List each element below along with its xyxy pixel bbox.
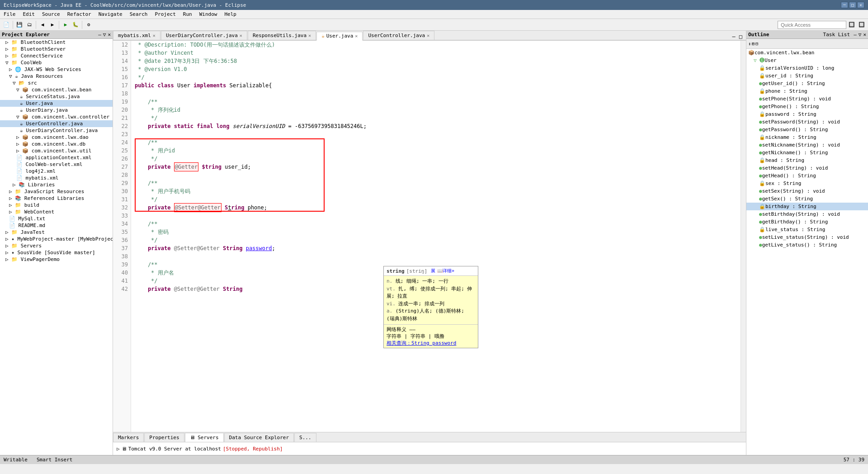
tree-item-user-java[interactable]: ☕ User.java <box>0 100 113 107</box>
outline-method-setlivestatus[interactable]: ● setLive_status(String) : void <box>746 233 868 241</box>
toolbar-back[interactable]: ◀ <box>38 20 47 29</box>
editor-minimize-icon[interactable]: — <box>731 33 737 40</box>
outline-method-getlivestatus[interactable]: ● getLive_status() : String <box>746 241 868 249</box>
tooltip-related-link[interactable]: 相关查询：String password <box>387 340 475 346</box>
pe-menu-icon[interactable]: ▽ <box>103 32 106 38</box>
tree-item-sousvide[interactable]: ▷ ✦ SousVide [SousVide master] <box>0 249 113 256</box>
tree-item-coolweb[interactable]: ▽ 📁 CoolWeb <box>0 59 113 66</box>
tree-item-usercontroller[interactable]: ☕ UserController.java <box>0 120 113 127</box>
menu-navigate[interactable]: Navigate <box>95 10 126 19</box>
menu-run[interactable]: Run <box>179 10 196 19</box>
toolbar-debug[interactable]: 🐛 <box>71 20 80 29</box>
outline-method-getuserid[interactable]: ● getUser_id() : String <box>746 80 868 87</box>
tree-item-dao-package[interactable]: ▷ 📦 com.vincent.lwx.dao <box>0 134 113 141</box>
code-content-area[interactable]: * @Description: TODO(用一句话描述该文件做什么) * @au… <box>131 41 746 432</box>
outline-field-password[interactable]: 🔒 password : String <box>746 110 868 118</box>
toolbar-saveall[interactable]: 🗂 <box>25 20 34 29</box>
outline-field-birthday[interactable]: 🔒 birthday : String <box>746 203 868 210</box>
outline-field-phone[interactable]: 🔒 phone : String <box>746 87 868 95</box>
toolbar-perspective-2[interactable]: 🔲 <box>857 20 866 29</box>
menu-refactor[interactable]: Refactor <box>64 10 95 19</box>
outline-collapse-icon[interactable]: ⊟ <box>755 41 758 46</box>
tree-item-javatest[interactable]: ▷ 📁 JavaTest <box>0 229 113 236</box>
tree-item-javaresources[interactable]: ▽ ☕ Java Resources <box>0 73 113 80</box>
tree-item-bean-package[interactable]: ▽ 📦 com.vincent.lwx.bean <box>0 86 113 93</box>
editor-maximize-icon[interactable]: □ <box>737 33 744 40</box>
minimize-button[interactable]: ─ <box>841 2 848 8</box>
pe-close-icon[interactable]: ✕ <box>108 32 111 38</box>
tab-userdiarycontroller[interactable]: UserDiaryController.java ✕ <box>161 31 247 40</box>
tree-item-bluetoothclient[interactable]: ▷ 📁 BluetoothClient <box>0 39 113 46</box>
outline-class-user[interactable]: ▽ 🅒 User <box>746 57 868 64</box>
bottom-tab-servers[interactable]: 🖥 Servers <box>185 433 224 442</box>
outline-package[interactable]: 📦 com.vincent.lwx.bean <box>746 49 868 57</box>
tooltip-detail-icon[interactable]: 📖详细» <box>437 268 454 274</box>
tab-mybatis-xml-close[interactable]: ✕ <box>153 33 156 38</box>
outline-method-setsex[interactable]: ● setSex(String) : void <box>746 187 868 195</box>
menu-source[interactable]: Source <box>38 10 64 19</box>
tree-item-libraries[interactable]: ▷ 📚 Libraries <box>0 181 113 188</box>
close-button[interactable]: ✕ <box>857 2 864 8</box>
tree-item-servers[interactable]: ▷ 📁 Servers <box>0 242 113 249</box>
bottom-tab-more[interactable]: S... <box>294 433 316 442</box>
menu-help[interactable]: Help <box>221 10 240 19</box>
outline-field-livestatus[interactable]: 🔒 live_status : String <box>746 226 868 233</box>
vertical-scrollbar[interactable] <box>741 41 746 432</box>
tree-item-mywebproject[interactable]: ▷ ✦ MyWebProject-master [MyWebProject-ma… <box>0 236 113 242</box>
outline-minimize-icon[interactable]: — <box>854 32 857 38</box>
code-editor[interactable]: 12 13 14 15 16 17 18 19 20 21 22 23 24 2… <box>113 41 746 432</box>
tree-item-build[interactable]: ▷ 📁 build <box>0 202 113 209</box>
outline-method-setphone[interactable]: ● setPhone(String) : void <box>746 95 868 103</box>
tab-user-java[interactable]: ☕ User.java ✕ <box>316 32 363 41</box>
tab-usercontroller[interactable]: UserController.java ✕ <box>363 31 434 40</box>
toolbar-new[interactable]: 📄 <box>2 20 11 29</box>
toolbar-save[interactable]: 💾 <box>15 20 24 29</box>
toolbar-more[interactable]: ⚙ <box>84 20 93 29</box>
tree-item-db-package[interactable]: ▷ 📦 com.vincent.lwx.db <box>0 141 113 147</box>
outline-field-sex[interactable]: 🔒 sex : String <box>746 180 868 187</box>
tree-item-util-package[interactable]: ▷ 📦 com.vincent.lwx.util <box>0 147 113 154</box>
outline-close-icon[interactable]: ✕ <box>863 32 866 38</box>
tree-item-mysqltxt[interactable]: 📄 MySql.txt <box>0 215 113 222</box>
tree-item-log4j2-xml[interactable]: 📄 log4j2.xml <box>0 168 113 175</box>
outline-method-setnickname[interactable]: ● setNickname(String) : void <box>746 141 868 149</box>
outline-sort-icon[interactable]: ↕ <box>748 41 751 46</box>
tree-item-bluetoothserver[interactable]: ▷ 📁 BluetoothServer <box>0 46 113 52</box>
toolbar-run[interactable]: ▶ <box>61 20 70 29</box>
tree-item-controller-package[interactable]: ▽ 📦 com.vincent.lwx.controller <box>0 114 113 120</box>
tab-responseutils-close[interactable]: ✕ <box>308 33 311 38</box>
menu-window[interactable]: Window <box>196 10 221 19</box>
menu-project[interactable]: Project <box>151 10 179 19</box>
outline-method-getsex[interactable]: ● getSex() : String <box>746 195 868 203</box>
outline-method-getpassword[interactable]: ● getPassword() : String <box>746 126 868 133</box>
tooltip-expand-icon[interactable]: 展 <box>431 268 435 274</box>
outline-method-gethead[interactable]: ● getHead() : String <box>746 172 868 180</box>
menu-edit[interactable]: Edit <box>19 10 39 19</box>
outline-field-serialversionuid[interactable]: 🔒 serialVersionUID : long <box>746 64 868 72</box>
tree-item-coolweb-servlet-xml[interactable]: 📄 CoolWeb-servlet.xml <box>0 161 113 168</box>
tree-item-appcontext-xml[interactable]: 📄 applicationContext.xml <box>0 154 113 161</box>
bottom-tab-datasource[interactable]: Data Source Explorer <box>224 433 294 442</box>
tree-item-jaxws[interactable]: ▷ 🌐 JAX-WS Web Services <box>0 66 113 73</box>
tree-item-readme[interactable]: 📄 README.md <box>0 222 113 229</box>
outline-field-head[interactable]: 🔒 head : String <box>746 156 868 164</box>
bottom-tab-markers[interactable]: Markers <box>113 433 144 442</box>
quick-access-input[interactable] <box>778 21 846 29</box>
toolbar-forward[interactable]: ▶ <box>48 20 57 29</box>
outline-field-userid[interactable]: 🔒 user_id : String <box>746 72 868 80</box>
outline-method-getphone[interactable]: ● getPhone() : String <box>746 103 868 110</box>
outline-menu-icon[interactable]: ▽ <box>859 32 862 38</box>
outline-method-setbirthday[interactable]: ● setBirthday(String) : void <box>746 210 868 218</box>
outline-method-getbirthday[interactable]: ● getBirthday() : String <box>746 218 868 226</box>
menu-file[interactable]: File <box>0 10 19 19</box>
tree-item-userdiary[interactable]: ☕ UserDiary.java <box>0 107 113 114</box>
tab-userdiarycontroller-close[interactable]: ✕ <box>240 33 242 38</box>
outline-filter-icon[interactable]: ⊞ <box>752 41 755 46</box>
tree-item-userdiarycontroller[interactable]: ☕ UserDiaryController.java <box>0 127 113 134</box>
tab-mybatis-xml[interactable]: mybatis.xml ✕ <box>113 31 160 40</box>
maximize-button[interactable]: □ <box>849 2 856 8</box>
tree-item-servicestatus[interactable]: ☕ ServiceStatus.java <box>0 93 113 100</box>
outline-method-getnickname[interactable]: ● getNickname() : String <box>746 149 868 156</box>
tree-item-connectservice[interactable]: ▷ 📁 ConnectService <box>0 52 113 59</box>
bottom-tab-properties[interactable]: Properties <box>144 433 184 442</box>
